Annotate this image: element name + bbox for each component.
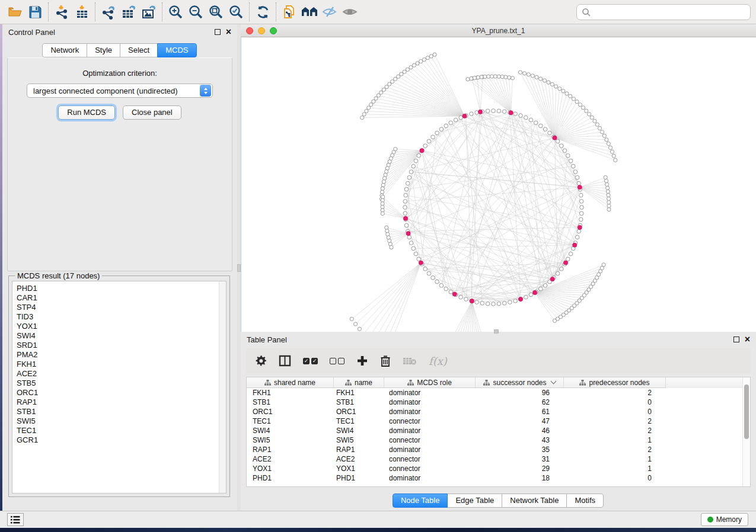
close-panel-icon[interactable]: × [226,29,231,35]
table-row[interactable]: STB1STB1dominator620 [247,398,750,407]
import-table-button[interactable] [72,2,92,21]
run-mcds-button[interactable]: Run MCDS [58,105,115,120]
export-image-button[interactable] [139,2,159,21]
import-network-button[interactable] [52,2,72,21]
search-input[interactable] [591,5,750,20]
mcds-result-item[interactable]: ACE2 [17,369,226,379]
duplicate-network-button[interactable] [279,2,299,21]
first-neighbors-button[interactable] [299,2,320,21]
table-row[interactable]: SWI5SWI5connector431 [247,435,750,445]
hide-selected-button[interactable] [320,2,340,21]
table-cell: FKH1 [334,388,384,398]
table-row[interactable]: RAP1RAP1dominator352 [247,445,750,454]
close-panel-icon[interactable]: × [745,336,750,342]
table-row[interactable]: PHD1PHD1dominator180 [247,473,750,483]
function-builder-button[interactable]: f(x) [429,355,447,367]
table-cell: 2 [564,388,666,398]
table-scrollbar[interactable] [742,377,750,486]
mcds-result-item[interactable]: CAR1 [17,293,226,303]
status-bar: Memory [0,511,756,528]
zoom-out-button[interactable] [186,2,206,21]
mcds-result-list[interactable]: PHD1CAR1STP4TID3YOX1SWI4SRD1PMA2FKH1ACE2… [12,281,227,493]
table-cell: SWI5 [247,435,334,445]
refresh-button[interactable] [253,2,273,21]
attribute-type-icon [345,380,352,386]
table-cell: dominator [384,388,476,398]
table-row[interactable]: TEC1TEC1connector472 [247,416,750,426]
open-file-button[interactable] [5,2,25,21]
criterion-select[interactable]: largest connected component (undirected) [27,84,213,98]
mcds-result-item[interactable]: PMA2 [17,350,226,360]
table-cell: 29 [476,464,564,473]
mcds-result-title: MCDS result (17 nodes) [15,271,102,280]
column-header-MCDS-role[interactable]: MCDS role [384,377,476,388]
memory-button[interactable]: Memory [701,513,748,526]
mcds-result-item[interactable]: SRD1 [17,341,226,350]
toolbar-separator [162,2,162,21]
tab-style[interactable]: Style [87,43,120,57]
table-scrollbar-thumb[interactable] [744,384,749,439]
mcds-result-item[interactable]: FKH1 [17,360,226,369]
add-button[interactable] [356,355,368,367]
mcds-list-scrollbar[interactable] [219,281,226,493]
save-session-button[interactable] [25,2,45,21]
mcds-result-item[interactable]: ORC1 [17,388,226,398]
network-window: YPA_prune.txt_1 [241,24,756,332]
tab-edge-table[interactable]: Edge Table [447,493,502,508]
table-settings-button[interactable] [255,355,267,367]
tab-network-table[interactable]: Network Table [502,493,567,508]
network-window-titlebar[interactable]: YPA_prune.txt_1 [241,24,756,37]
mcds-result-item[interactable]: GCR1 [17,435,226,445]
window-close-button[interactable] [246,27,253,34]
table-row[interactable]: FKH1FKH1dominator962 [247,388,750,398]
export-table-button[interactable] [119,2,139,21]
table-panel: Table Panel × ✓✓ f(x) shared namenameMC [241,332,756,511]
search-box[interactable] [576,4,751,20]
window-minimize-button[interactable] [258,27,265,34]
table-row[interactable]: ORC1ORC1dominator610 [247,407,750,416]
table-row[interactable]: SWI4SWI4dominator462 [247,426,750,435]
mcds-result-item[interactable]: TEC1 [17,426,226,435]
task-list-button[interactable] [7,513,24,526]
mcds-result-item[interactable]: SWI4 [17,331,226,341]
column-header-successor-nodes[interactable]: successor nodes [476,377,564,388]
show-all-button[interactable] [340,2,360,21]
delete-button[interactable] [380,355,391,367]
zoom-fit-button[interactable] [206,2,226,21]
mcds-result-item[interactable]: STP4 [17,303,226,312]
tab-motifs[interactable]: Motifs [566,493,604,508]
deselect-all-button[interactable] [330,358,344,364]
close-panel-button[interactable]: Close panel [123,105,181,120]
tab-node-table[interactable]: Node Table [393,493,448,508]
float-panel-icon[interactable] [733,336,739,342]
table-cell: dominator [384,473,476,483]
export-network-button[interactable] [98,2,119,21]
horizontal-splitter-grip[interactable] [494,329,499,334]
zoom-in-button[interactable] [165,2,186,21]
mcds-result-item[interactable]: STB1 [17,407,226,416]
zoom-in-icon [168,4,184,20]
table-row[interactable]: YOX1YOX1connector291 [247,464,750,473]
table-row[interactable]: ACE2ACE2connector311 [247,454,750,464]
column-header-name[interactable]: name [334,377,384,388]
mcds-result-item[interactable]: TID3 [17,312,226,322]
network-canvas[interactable] [241,37,756,332]
zoom-selected-button[interactable] [226,2,246,21]
tab-select[interactable]: Select [120,43,158,57]
window-zoom-button[interactable] [270,27,277,34]
mcds-result-item[interactable]: SWI5 [17,416,226,426]
mcds-result-item[interactable]: YOX1 [17,322,226,331]
column-header-shared-name[interactable]: shared name [247,377,334,388]
tab-mcds[interactable]: MCDS [157,43,196,57]
table-cell: 1 [564,464,666,473]
mcds-result-item[interactable]: STB5 [17,379,226,388]
float-panel-icon[interactable] [215,29,221,35]
delete-table-button[interactable] [403,356,417,366]
network-graph[interactable] [241,37,756,332]
mcds-result-item[interactable]: PHD1 [17,284,226,293]
select-all-button[interactable]: ✓✓ [303,358,318,364]
mcds-result-item[interactable]: RAP1 [17,398,226,407]
tab-network[interactable]: Network [42,43,87,57]
show-columns-button[interactable] [279,355,291,367]
column-header-predecessor-nodes[interactable]: predecessor nodes [564,377,666,388]
